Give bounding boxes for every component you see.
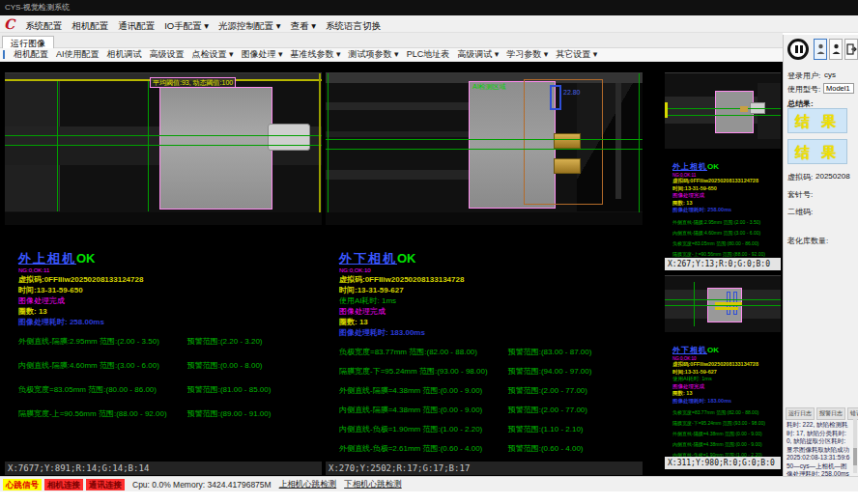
measurement-list: 负极宽度=83.77mm 范围:(82.00 - 88.00)预警范围:(83.… bbox=[339, 347, 641, 454]
log-text: 耗时: 222, 缺陷检测耗时: 17, 缺陷分类耗时: 0, 缺陷提取分区耗时… bbox=[786, 421, 850, 479]
log-tab-strip: 运行日志报警日志错误日志 bbox=[786, 407, 858, 420]
camera-link-badge: 相机连接 bbox=[44, 479, 83, 490]
measurement-value: 内侧直线-隔膜:4.60mm 范围:(3.00 - 6.00) bbox=[18, 360, 187, 371]
toolbar-accent bbox=[3, 50, 5, 59]
scene-green-vline bbox=[328, 73, 329, 225]
toolbar-item[interactable]: PLC地址表 bbox=[403, 48, 454, 61]
camera-thumb-image-lower[interactable] bbox=[665, 275, 781, 332]
scene-band bbox=[326, 102, 471, 110]
measurement-value: 外侧直线-隔膜:2.95mm 范围:(2.00 - 3.50) bbox=[672, 219, 779, 225]
camera-elapsed: 图像处理耗时: 258.00ms bbox=[672, 207, 779, 214]
menu-item[interactable]: 查看 ▾ bbox=[286, 20, 321, 31]
toolbar-item[interactable]: 测试项参数 ▾ bbox=[345, 48, 403, 61]
menu-bar: Ϲ 系统配置相机配置通讯配置IO手配置 ▾光源控制配置 ▾查看 ▾系统语言切换 bbox=[0, 15, 858, 33]
menu-item[interactable]: 相机配置 bbox=[67, 20, 113, 31]
model-select[interactable]: Model1 bbox=[823, 83, 854, 94]
scene-contact bbox=[554, 133, 581, 149]
scene-green-vline bbox=[57, 81, 58, 211]
toolbar-item[interactable]: 点检设置 ▾ bbox=[188, 48, 238, 61]
menu-item[interactable]: 系统配置 bbox=[20, 20, 67, 31]
toolbar-item[interactable]: 相机调试 bbox=[103, 48, 146, 61]
camera-image-lower[interactable]: AI检测区域 22.80 bbox=[326, 72, 643, 225]
user-switch-button[interactable] bbox=[829, 39, 843, 60]
measurement-value: 隔膜宽度-下=95.24mm 范围:(93.00 - 98.00) bbox=[339, 366, 508, 377]
toolbar-item[interactable]: 高级调试 ▾ bbox=[453, 48, 502, 61]
measurement-value: 负极宽度=83.05mm 范围:(80.00 - 86.00) bbox=[672, 240, 779, 246]
window-title: CYS-视觉检测系统 bbox=[5, 3, 70, 12]
measurement-value: 隔膜宽度-下=95.24mm 范围:(93.00 - 98.00) bbox=[672, 420, 779, 426]
measurement-value: 负极宽度=83.05mm 范围:(80.00 - 86.00) bbox=[18, 384, 187, 395]
user-login-button[interactable] bbox=[814, 39, 827, 60]
toolbar-item[interactable]: 高级设置 bbox=[146, 48, 188, 61]
camera-panel-upper: 平均阈值:93, 动态阈值:100 外上相机OK NG:0,OK:11 虚拟码:… bbox=[5, 72, 322, 475]
side-control-panel: 登录用户: cys 使用型号: Model1 总结果: 结 果 结 果 虚拟码:… bbox=[783, 35, 858, 476]
measurement-warn-range: 预警范围:(2.00 - 77.00) bbox=[508, 405, 641, 415]
log-scrollbar[interactable] bbox=[853, 419, 857, 473]
exit-door-icon bbox=[846, 43, 857, 55]
menu-item[interactable]: 系统语言切换 bbox=[321, 20, 386, 31]
camera-done: 图像处理完成 bbox=[672, 383, 779, 391]
camera-title: 外上相机 bbox=[672, 162, 707, 171]
measurement-row: 负极宽度=83.77mm 范围:(82.00 - 88.00)预警范围:(83.… bbox=[339, 347, 641, 357]
pause-icon bbox=[795, 45, 798, 53]
login-user-value: cys bbox=[824, 70, 836, 79]
camera-ai-time: 使用AI耗时: 1ms bbox=[672, 376, 779, 383]
status-bar: 心跳信号 相机连接 通讯连接 Cpu: 0.0% Memory: 3424.41… bbox=[0, 476, 858, 491]
coordinate-readout-upper: X:7677;Y:891;R:14;G:14;B:14 bbox=[5, 462, 322, 475]
measurement-value: 外侧直线-隔膜=4.38mm 范围:(0.00 - 9.00) bbox=[672, 431, 779, 436]
result-box-upper: 结 果 bbox=[787, 108, 847, 133]
threshold-overlay-label: 平均阈值:93, 动态阈值:100 bbox=[150, 77, 236, 88]
camera-done: 图像处理完成 bbox=[339, 306, 641, 317]
camera-title: 外下相机 bbox=[339, 251, 397, 266]
app-window: CYS-视觉检测系统 Ϲ 系统配置相机配置通讯配置IO手配置 ▾光源控制配置 ▾… bbox=[0, 0, 858, 504]
camera-image-upper[interactable]: 平均阈值:93, 动态阈值:100 bbox=[5, 72, 322, 225]
camera-time: 时间:13-31-59-650 bbox=[672, 185, 779, 193]
camera-thumb-panel-lower: 外下相机OK NG:0,OK:10 虚拟码:0FFIIiw20250208133… bbox=[665, 275, 781, 469]
log-tab[interactable]: 运行日志 bbox=[786, 407, 815, 420]
toolbar-item[interactable]: 学习参数 ▾ bbox=[502, 48, 552, 61]
measurement-warn-range: 预警范围:(89.00 - 91.00) bbox=[187, 408, 320, 419]
pause-button[interactable] bbox=[787, 39, 809, 60]
lower-camera-heartbeat-link[interactable]: 下相机心跳检测 bbox=[344, 479, 402, 490]
log-tab[interactable]: 报警日志 bbox=[816, 407, 845, 420]
measurement-row: 内侧直线-隔膜:4.60mm 范围:(3.00 - 6.00)预警范围:(0.0… bbox=[18, 360, 320, 371]
camera-thumb-text-upper: 外上相机OK NG:0,OK:11 虚拟码:0FFIIiw20250208133… bbox=[672, 148, 779, 262]
measurement-value: 内侧直线-隔膜=4.38mm 范围:(0.00 - 9.00) bbox=[339, 405, 508, 415]
scrollbar-thumb[interactable] bbox=[853, 448, 857, 465]
camera-serial: 虚拟码:0FFIIiw20250208133124728 bbox=[672, 178, 779, 185]
menu-item[interactable]: IO手配置 ▾ bbox=[159, 20, 214, 31]
measurement-value: 隔膜宽度-上=90.56mm 范围:(88.00 - 92.00) bbox=[18, 408, 187, 419]
camera-serial: 虚拟码:0FFIIiw20250208133134728 bbox=[672, 361, 779, 369]
menu-item[interactable]: 光源控制配置 ▾ bbox=[214, 20, 285, 31]
upper-camera-heartbeat-link[interactable]: 上相机心跳检测 bbox=[279, 479, 337, 490]
main-view-area: 平均阈值:93, 动态阈值:100 外上相机OK NG:0,OK:11 虚拟码:… bbox=[0, 62, 783, 476]
scene-green-line bbox=[665, 305, 781, 306]
camera-thumb-image-upper[interactable] bbox=[665, 72, 781, 149]
toolbar-items: 相机配置AI使用配置相机调试高级设置点检设置 ▾图像处理 ▾基准线参数 ▾测试项… bbox=[10, 48, 601, 61]
camera-status: OK bbox=[397, 251, 416, 266]
measurement-row: 隔膜宽度-上=90.56mm 范围:(88.00 - 92.00) bbox=[672, 251, 779, 257]
measurement-row: 负极宽度=83.77mm 范围:(82.00 - 88.00) bbox=[672, 409, 779, 415]
measurement-warn-range: 预警范围:(81.00 - 85.00) bbox=[187, 384, 320, 395]
toolbar-item[interactable]: 相机配置 bbox=[10, 48, 52, 61]
camera-elapsed: 图像处理耗时: 183.00ms bbox=[672, 398, 779, 406]
exit-button[interactable] bbox=[844, 39, 858, 60]
measurement-value: 内侧直线-负极=1.90mm 范围:(1.00 - 2.20) bbox=[339, 424, 508, 434]
measurement-row: 外侧直线-隔膜:2.95mm 范围:(2.00 - 3.50) bbox=[672, 219, 779, 225]
measure-value-label: 22.80 bbox=[563, 89, 581, 97]
measurement-warn-range: 预警范围:(83.00 - 87.00) bbox=[508, 347, 641, 357]
menu-item[interactable]: 通讯配置 bbox=[113, 20, 159, 31]
scene-green-line bbox=[665, 115, 781, 116]
toolbar-item[interactable]: 基准线参数 ▾ bbox=[287, 48, 345, 61]
measurement-value: 外侧直线-隔膜=4.38mm 范围:(0.00 - 9.00) bbox=[339, 385, 508, 396]
title-bar: CYS-视觉检测系统 bbox=[0, 0, 858, 15]
measurement-value: 内侧直线-隔膜=4.38mm 范围:(0.00 - 9.00) bbox=[672, 441, 779, 447]
scene-green-line bbox=[326, 139, 643, 140]
measurement-row: 隔膜宽度-上=90.56mm 范围:(88.00 - 92.00)预警范围:(8… bbox=[18, 408, 320, 419]
toolbar-item[interactable]: AI使用配置 bbox=[52, 48, 103, 61]
camera-done: 图像处理完成 bbox=[18, 295, 320, 306]
scene-roi-blue bbox=[550, 85, 561, 110]
toolbar-item[interactable]: 图像处理 ▾ bbox=[238, 48, 287, 61]
scene-green-line bbox=[5, 145, 322, 146]
toolbar-item[interactable]: 其它设置 ▾ bbox=[552, 48, 601, 61]
